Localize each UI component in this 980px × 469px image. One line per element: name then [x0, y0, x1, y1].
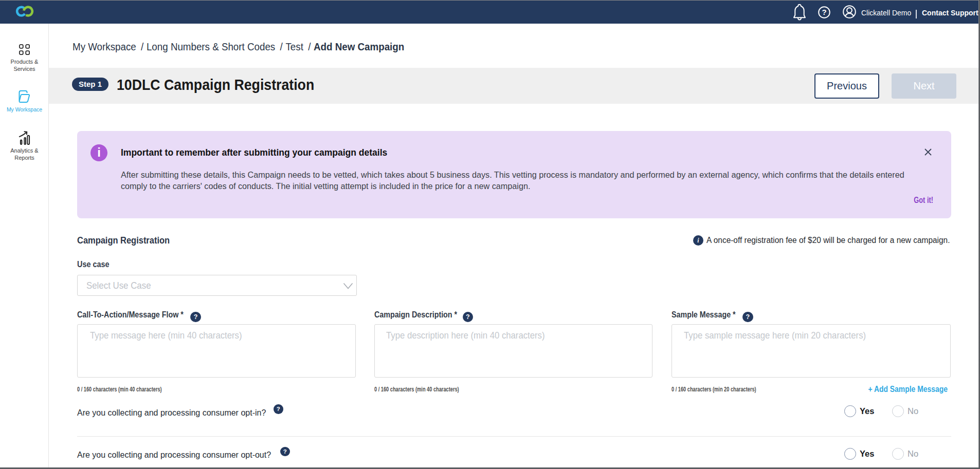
svg-text:?: ?	[822, 8, 826, 16]
